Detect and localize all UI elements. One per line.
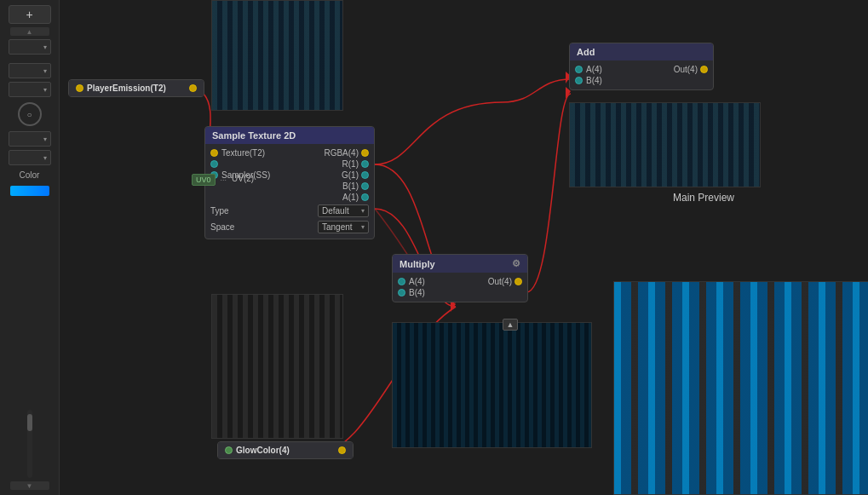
add-a-in-port[interactable]	[575, 66, 583, 73]
collapse-multiply-button[interactable]: ▲	[503, 319, 518, 331]
texture-pattern-top	[212, 1, 342, 110]
type-row: Type Default ▾	[205, 203, 374, 219]
sidebar-dropdown-5[interactable]: ▾	[9, 150, 51, 165]
sample-texture-header: Sample Texture 2D	[205, 127, 374, 144]
texture-pattern-right	[614, 282, 868, 494]
b1-out-port[interactable]	[361, 182, 369, 190]
add-body: A(4) Out(4) B(4)	[570, 60, 713, 89]
scroll-track[interactable]	[27, 410, 32, 478]
texture-pattern-gray	[212, 295, 342, 438]
emission-port-indicator	[76, 84, 83, 92]
node-glow-color[interactable]: GlowColor(4)	[217, 441, 354, 459]
a1-out-port[interactable]	[361, 193, 369, 201]
node-player-emission-header: PlayerEmission(T2)	[69, 80, 204, 96]
texture-pattern-multiply	[393, 323, 591, 447]
node-multiply[interactable]: Multiply ⚙ A(4) Out(4) B(4)	[392, 254, 528, 302]
add-a-label: A(4)	[586, 65, 602, 74]
g1-label: G(1)	[342, 170, 359, 180]
add-b-in-port[interactable]	[575, 77, 583, 84]
emission-out-port[interactable]	[189, 84, 197, 92]
glow-title: GlowColor(4)	[236, 446, 290, 455]
sidebar-dropdown-1[interactable]: ▾	[9, 39, 51, 55]
node-sample-texture[interactable]: Sample Texture 2D Texture(T2) RGBA(4)	[204, 126, 375, 239]
add-b-label: B(4)	[586, 76, 602, 85]
add-b-row: B(4)	[570, 75, 713, 86]
multiply-body: A(4) Out(4) B(4)	[393, 273, 527, 302]
type-dropdown-arrow: ▾	[361, 207, 365, 215]
texture-label: Texture(T2)	[221, 148, 265, 158]
uv-badge-area: UV0 ···	[192, 174, 227, 186]
preview-bottom-left	[211, 294, 343, 439]
add-header: Add	[570, 43, 713, 60]
b1-label: B(1)	[342, 181, 359, 191]
scroll-thumb	[27, 414, 32, 431]
multiply-a-label: A(4)	[409, 277, 425, 286]
multiply-out-port[interactable]	[514, 278, 522, 285]
glow-header: GlowColor(4)	[218, 442, 353, 458]
node-player-emission[interactable]: PlayerEmission(T2)	[68, 79, 204, 97]
preview-right	[613, 281, 868, 495]
color-label: Color	[20, 170, 40, 180]
texture-in-port[interactable]	[210, 149, 218, 157]
glow-port-indicator	[225, 446, 233, 454]
main-preview-label: Main Preview	[673, 192, 734, 204]
glow-out-port[interactable]	[338, 446, 346, 454]
sampler-row: Sampler(SS) G(1)	[205, 170, 374, 181]
r1-out-port[interactable]	[361, 160, 369, 168]
node-add[interactable]: Add A(4) Out(4) B(4)	[569, 43, 714, 90]
multiply-gear-icon[interactable]: ⚙	[512, 258, 520, 269]
add-out-port[interactable]	[700, 66, 708, 73]
multiply-b-in-port[interactable]	[398, 289, 405, 296]
space-value: Tangent	[322, 222, 353, 232]
preview-top	[211, 0, 343, 111]
preview-multiply	[392, 322, 592, 448]
uv-row: R(1)	[205, 158, 374, 170]
space-dropdown-arrow: ▾	[361, 223, 365, 231]
sidebar-dropdown-4[interactable]: ▾	[9, 131, 51, 147]
add-out-label: Out(4)	[674, 65, 698, 74]
emission-title: PlayerEmission(T2)	[87, 83, 166, 93]
sidebar-dropdown-3[interactable]: ▾	[9, 82, 51, 97]
uv-badge: UV0	[192, 174, 216, 186]
space-label: Space	[210, 222, 234, 232]
scroll-down-button[interactable]: ▼	[10, 481, 49, 490]
rgba-out-port[interactable]	[361, 149, 369, 157]
type-value: Default	[322, 206, 349, 216]
uv2-floating-label: UV(2)	[232, 174, 254, 183]
sample-texture-body: Texture(T2) RGBA(4) R(1)	[205, 144, 374, 239]
multiply-out-label: Out(4)	[488, 277, 512, 286]
a1-label: A(1)	[342, 193, 359, 202]
uv-dots: ···	[221, 176, 227, 184]
r1-label: R(1)	[342, 159, 359, 169]
multiply-header: Multiply ⚙	[393, 255, 527, 273]
sample-texture-title: Sample Texture 2D	[212, 130, 296, 141]
type-dropdown[interactable]: Default ▾	[318, 204, 369, 217]
rgba-label: RGBA(4)	[324, 148, 359, 158]
a1-row: A(1)	[205, 192, 374, 203]
multiply-title: Multiply	[400, 259, 435, 269]
add-a-row: A(4) Out(4)	[570, 64, 713, 75]
space-row: Space Tangent ▾	[205, 219, 374, 235]
color-bar	[10, 186, 49, 196]
add-title: Add	[577, 47, 595, 57]
texture-row: Texture(T2) RGBA(4)	[205, 147, 374, 158]
scroll-up-button[interactable]: ▲	[10, 27, 49, 36]
multiply-a-in-port[interactable]	[398, 278, 405, 285]
texture-pattern-add	[570, 103, 760, 187]
space-dropdown[interactable]: Tangent ▾	[318, 221, 369, 233]
uv-in-port[interactable]	[210, 160, 218, 168]
multiply-a-row: A(4) Out(4)	[393, 276, 527, 287]
multiply-b-row: B(4)	[393, 287, 527, 298]
sidebar-dropdown-2[interactable]: ▾	[9, 63, 51, 78]
sidebar: + ▲ ▾ ▾ ▾ ○ ▾ ▾ Color ▼	[0, 0, 60, 495]
add-button[interactable]: +	[9, 5, 51, 24]
circle-button[interactable]: ○	[18, 102, 42, 126]
multiply-b-label: B(4)	[409, 288, 425, 297]
b1-row: B(1)	[205, 181, 374, 192]
preview-add	[569, 102, 761, 187]
type-label: Type	[210, 206, 229, 216]
canvas-area[interactable]: Main Preview ▲ PlayerEmission(T2) Sample…	[60, 0, 868, 495]
g1-out-port[interactable]	[361, 171, 369, 179]
